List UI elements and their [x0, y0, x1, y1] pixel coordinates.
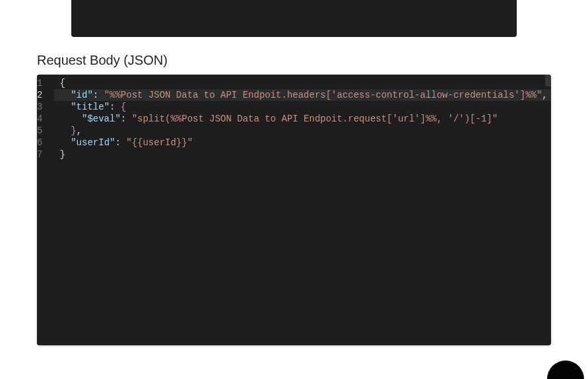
- code-token: {: [59, 78, 65, 88]
- indent: [59, 114, 82, 124]
- section-heading: Request Body (JSON): [37, 37, 551, 75]
- code-token: "$eval": [82, 114, 121, 124]
- line-number: 5: [37, 125, 42, 137]
- code-token: }: [71, 125, 76, 136]
- code-line: }: [59, 149, 547, 160]
- code-token: "title": [71, 102, 110, 112]
- previous-code-block: [71, 0, 517, 37]
- code-token: :: [115, 137, 126, 148]
- code-token: }: [59, 149, 65, 160]
- code-token: "userId": [71, 137, 115, 148]
- code-token: "id": [71, 90, 93, 100]
- code-token: :: [93, 90, 104, 100]
- page-root: Request Body (JSON) 1234567 { "id": "%%P…: [0, 0, 588, 345]
- code-token: ,: [77, 125, 82, 136]
- content-wrap: Request Body (JSON) 1234567 { "id": "%%P…: [3, 0, 585, 345]
- line-number: 3: [37, 101, 42, 113]
- code-token: :: [110, 102, 121, 112]
- line-number: 2: [37, 89, 42, 101]
- code-line: },: [59, 125, 547, 137]
- code-line: "$eval": "split(%%Post JSON Data to API …: [59, 113, 547, 125]
- code-line: {: [59, 77, 547, 89]
- code-token: :: [121, 114, 132, 124]
- indent: [59, 137, 71, 148]
- code-line: "userId": "{{userId}}": [59, 137, 547, 149]
- code-line: "id": "%%Post JSON Data to API Endpoit.h…: [59, 89, 547, 101]
- code-token: "{{userId}}": [126, 137, 193, 148]
- floating-action-button[interactable]: [547, 361, 584, 379]
- code-token: {: [121, 102, 126, 112]
- code-token: "%%Post JSON Data to API Endpoit.headers…: [104, 90, 542, 100]
- indent: [59, 125, 71, 136]
- code-gutter: 1234567: [37, 75, 54, 345]
- line-number: 1: [37, 77, 42, 89]
- line-number: 4: [37, 113, 42, 125]
- code-token: "split(%%Post JSON Data to API Endpoit.r…: [132, 114, 498, 124]
- code-line: "title": {: [59, 101, 547, 113]
- indent: [59, 90, 71, 100]
- code-token: ,: [542, 90, 547, 100]
- line-number: 6: [37, 137, 42, 149]
- indent: [59, 102, 71, 112]
- line-number: 7: [37, 149, 42, 160]
- code-content[interactable]: { "id": "%%Post JSON Data to API Endpoit…: [54, 75, 551, 345]
- code-inner[interactable]: 1234567 { "id": "%%Post JSON Data to API…: [37, 75, 551, 345]
- code-block: 1234567 { "id": "%%Post JSON Data to API…: [37, 75, 551, 345]
